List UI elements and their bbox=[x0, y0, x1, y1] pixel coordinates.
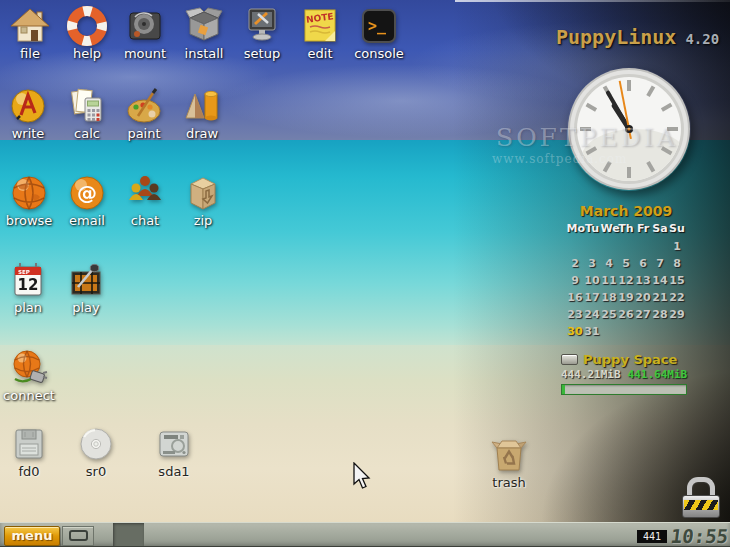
icon-label: install bbox=[172, 47, 236, 61]
calendar-day: 11 bbox=[601, 272, 618, 289]
workspace-pager[interactable] bbox=[113, 523, 144, 547]
menu-button[interactable]: menu bbox=[4, 526, 60, 546]
lock-shackle bbox=[687, 477, 715, 497]
desktop-icon-browse[interactable]: browse bbox=[0, 173, 61, 228]
desktop-icon-paint[interactable]: paint bbox=[112, 86, 176, 141]
lock-icon[interactable] bbox=[682, 477, 720, 517]
mount-icon bbox=[125, 6, 165, 46]
icon-label: draw bbox=[170, 127, 234, 141]
desktop-icon-calc[interactable]: calc bbox=[55, 86, 119, 141]
desktop-icon-chat[interactable]: chat bbox=[113, 173, 177, 228]
icon-label: console bbox=[347, 47, 411, 61]
prompt-text: >_ bbox=[368, 17, 387, 35]
desktop-icon-setup[interactable]: setup bbox=[230, 6, 294, 61]
icon-label: sda1 bbox=[142, 465, 206, 479]
desktop-icon-mount[interactable]: mount bbox=[113, 6, 177, 61]
sr0-icon bbox=[76, 424, 116, 464]
desktop-icon-trash[interactable]: trash bbox=[477, 435, 541, 490]
icon-label: sr0 bbox=[64, 465, 128, 479]
calendar-day: 18 bbox=[601, 289, 618, 306]
desktop-icon-console[interactable]: >_console bbox=[347, 6, 411, 61]
space-usage-fill bbox=[562, 385, 565, 394]
desktop-icon-play[interactable]: play bbox=[54, 260, 118, 315]
icon-label: zip bbox=[171, 214, 235, 228]
icon-label: plan bbox=[0, 301, 60, 315]
taskbar-clock: 10:55 bbox=[670, 525, 729, 546]
calendar-title: March 2009 bbox=[560, 203, 692, 219]
calendar-day: 24 bbox=[584, 306, 601, 323]
install-icon bbox=[184, 6, 224, 46]
paint-icon bbox=[124, 86, 164, 126]
desktop-icon-edit[interactable]: NOTEedit bbox=[288, 6, 352, 61]
calendar-day: 27 bbox=[635, 306, 652, 323]
calendar-day: 12 bbox=[618, 272, 635, 289]
desktop-icon-fd0[interactable]: fd0 bbox=[0, 424, 61, 479]
calendar-day-name: Sa bbox=[652, 222, 669, 238]
icon-label: calc bbox=[55, 127, 119, 141]
calendar-day-name: We bbox=[601, 222, 618, 238]
calendar-day: 19 bbox=[618, 289, 635, 306]
file-icon bbox=[10, 6, 50, 46]
desktop-icon-file[interactable]: file bbox=[0, 6, 62, 61]
analog-clock-widget bbox=[567, 67, 691, 191]
desktop-icon-sr0[interactable]: sr0 bbox=[64, 424, 128, 479]
calendar-day-name: Fr bbox=[635, 222, 652, 238]
calendar-day-name: Th bbox=[618, 222, 635, 238]
write-icon bbox=[8, 86, 48, 126]
analog-clock-face bbox=[567, 67, 691, 191]
calendar-day: 25 bbox=[601, 306, 618, 323]
calendar-day bbox=[567, 238, 584, 255]
calendar-day: 23 bbox=[567, 306, 584, 323]
calendar-day: 8 bbox=[669, 255, 686, 272]
desktop-icon-email[interactable]: @email bbox=[55, 173, 119, 228]
icon-label: chat bbox=[113, 214, 177, 228]
calendar-day bbox=[618, 323, 635, 340]
calendar-day: 13 bbox=[635, 272, 652, 289]
calendar-day: 21 bbox=[652, 289, 669, 306]
calendar-day: 17 bbox=[584, 289, 601, 306]
calendar-day bbox=[584, 238, 601, 255]
calendar-day-name: Tu bbox=[584, 222, 601, 238]
puppy-space-widget: Puppy Space 444.21MiB441.64MiB bbox=[561, 352, 693, 395]
setup-icon bbox=[242, 6, 282, 46]
icon-label: browse bbox=[0, 214, 61, 228]
calendar-day bbox=[601, 238, 618, 255]
desktop-icon-install[interactable]: install bbox=[172, 6, 236, 61]
icon-label: connect bbox=[0, 389, 61, 403]
desktop-icon-sda1[interactable]: sda1 bbox=[142, 424, 206, 479]
icon-label: setup bbox=[230, 47, 294, 61]
calendar-day: 9 bbox=[567, 272, 584, 289]
puppy-space-title: Puppy Space bbox=[583, 352, 677, 367]
lock-hazard-stripes bbox=[684, 500, 718, 510]
calendar-today: 30 bbox=[567, 323, 584, 340]
icon-label: fd0 bbox=[0, 465, 61, 479]
icon-label: mount bbox=[113, 47, 177, 61]
desktop-icon-connect[interactable]: connect bbox=[0, 348, 61, 403]
fd0-icon bbox=[9, 424, 49, 464]
calendar-day-name: Mo bbox=[567, 222, 584, 238]
lock-body bbox=[682, 495, 720, 518]
calendar-day: 6 bbox=[635, 255, 652, 272]
calendar-day bbox=[652, 323, 669, 340]
calendar-day-name: Su bbox=[669, 222, 686, 238]
desktop-icon-plan[interactable]: SEP12plan bbox=[0, 260, 60, 315]
calendar-day: 2 bbox=[567, 255, 584, 272]
brand-title: PuppyLinux4.20 bbox=[556, 25, 719, 49]
brand-name: PuppyLinux bbox=[556, 25, 676, 49]
edit-icon: NOTE bbox=[300, 6, 340, 46]
icon-label: write bbox=[0, 127, 60, 141]
calendar-day: 16 bbox=[567, 289, 584, 306]
calendar-day: 31 bbox=[584, 323, 601, 340]
calendar-day: 15 bbox=[669, 272, 686, 289]
calendar-widget: March 2009 MoTuWeThFrSaSu 12345678910111… bbox=[560, 203, 692, 340]
desktop-icon-draw[interactable]: draw bbox=[170, 86, 234, 141]
desktop-icon-help[interactable]: help bbox=[55, 6, 119, 61]
calendar-day: 22 bbox=[669, 289, 686, 306]
plan-icon: SEP12 bbox=[8, 260, 48, 300]
desktop-icon-write[interactable]: write bbox=[0, 86, 60, 141]
desktop-icon-zip[interactable]: zip bbox=[171, 173, 235, 228]
show-desktop-button[interactable] bbox=[62, 526, 94, 546]
play-icon bbox=[66, 260, 106, 300]
icon-label: play bbox=[54, 301, 118, 315]
calendar-day: 4 bbox=[601, 255, 618, 272]
